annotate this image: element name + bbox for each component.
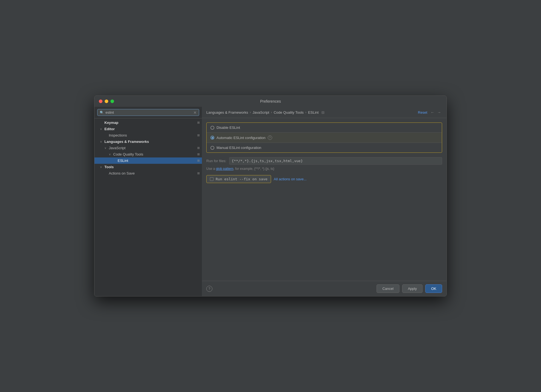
search-input[interactable] bbox=[106, 110, 192, 115]
breadcrumb-settings-icon[interactable]: ⊟ bbox=[321, 110, 324, 115]
settings-icon: ⊞ bbox=[197, 121, 200, 124]
radio-disable-input[interactable] bbox=[210, 126, 214, 130]
fix-on-save-checkbox[interactable]: Run eslint --fix on save bbox=[206, 175, 271, 183]
radio-automatic-input[interactable] bbox=[210, 136, 214, 140]
breadcrumb-part-3: Code Quality Tools bbox=[274, 110, 304, 115]
hint-prefix: Use a bbox=[206, 167, 216, 171]
sidebar-item-editor[interactable]: ∨ Editor bbox=[94, 126, 202, 132]
nav-arrows: ← → bbox=[429, 110, 442, 115]
maximize-button[interactable] bbox=[110, 100, 114, 103]
reset-button[interactable]: Reset bbox=[418, 110, 427, 115]
search-icon: 🔍 bbox=[100, 111, 104, 115]
clear-search-icon[interactable]: ✕ bbox=[193, 111, 197, 115]
hint-text: Use a glob pattern, for example, {**/*, … bbox=[206, 167, 442, 171]
apply-button[interactable]: Apply bbox=[402, 284, 423, 293]
arrow-icon: ∨ bbox=[109, 153, 112, 156]
hint-suffix: , for example, {**/*, *}.{js, ts} bbox=[233, 167, 274, 171]
breadcrumb-sep-1: › bbox=[250, 110, 251, 114]
settings-icon: ⊞ bbox=[197, 134, 200, 137]
sidebar: 🔍 ✕ Keymap ⊞ ∨ Editor bbox=[94, 107, 202, 296]
run-for-files-input[interactable] bbox=[229, 157, 442, 165]
close-button[interactable] bbox=[99, 100, 102, 103]
ok-button[interactable]: OK bbox=[425, 284, 442, 293]
settings-icon: ⊞ bbox=[197, 159, 200, 162]
sidebar-item-keymap[interactable]: Keymap ⊞ bbox=[94, 119, 202, 126]
nav-tree: Keymap ⊞ ∨ Editor Inspections ⊞ ∨ Lang bbox=[94, 118, 202, 296]
back-button[interactable]: ← bbox=[429, 110, 435, 115]
sidebar-item-javascript[interactable]: ∨ JavaScript ⊞ bbox=[94, 145, 202, 151]
eslint-radio-group: Disable ESLint Automatic ESLint configur… bbox=[206, 122, 442, 153]
preferences-dialog: Preferences 🔍 ✕ Keymap ⊞ bbox=[94, 96, 447, 296]
settings-icon: ⊞ bbox=[197, 172, 200, 175]
title-bar: Preferences bbox=[94, 96, 447, 107]
fix-on-save-row: Run eslint --fix on save All actions on … bbox=[206, 175, 442, 183]
breadcrumb: Languages & Frameworks › JavaScript › Co… bbox=[202, 107, 447, 118]
cancel-button[interactable]: Cancel bbox=[377, 284, 399, 293]
minimize-button[interactable] bbox=[105, 100, 108, 103]
glob-pattern-link[interactable]: glob pattern bbox=[216, 167, 233, 171]
settings-icon: ⊞ bbox=[197, 153, 200, 156]
breadcrumb-part-2: JavaScript bbox=[253, 110, 269, 115]
breadcrumb-sep-2: › bbox=[271, 110, 272, 114]
content-area: Disable ESLint Automatic ESLint configur… bbox=[202, 118, 447, 281]
forward-button[interactable]: → bbox=[436, 110, 442, 115]
radio-manual-input[interactable] bbox=[210, 146, 214, 150]
help-button[interactable]: ? bbox=[206, 286, 212, 292]
radio-disable[interactable]: Disable ESLint bbox=[207, 123, 442, 133]
sidebar-item-eslint[interactable]: ESLint ⊞ bbox=[94, 157, 202, 164]
sidebar-item-tools[interactable]: ∨ Tools bbox=[94, 164, 202, 170]
breadcrumb-actions: Reset ← → bbox=[418, 110, 442, 115]
arrow-icon: ∨ bbox=[100, 140, 103, 143]
sidebar-item-languages[interactable]: ∨ Languages & Frameworks bbox=[94, 138, 202, 145]
sidebar-item-actions-on-save[interactable]: Actions on Save ⊞ bbox=[94, 170, 202, 176]
all-actions-link[interactable]: All actions on save... bbox=[274, 177, 307, 181]
arrow-icon: ∨ bbox=[100, 127, 103, 130]
radio-manual[interactable]: Manual ESLint configuration bbox=[207, 143, 442, 153]
footer: ? Cancel Apply OK bbox=[202, 281, 447, 296]
search-box: 🔍 ✕ bbox=[94, 107, 202, 118]
settings-icon: ⊞ bbox=[197, 146, 200, 150]
breadcrumb-sep-3: › bbox=[305, 110, 306, 114]
dialog-title: Preferences bbox=[260, 99, 281, 104]
radio-automatic[interactable]: Automatic ESLint configuration ? bbox=[207, 133, 442, 143]
run-for-files-row: Run for files: bbox=[206, 157, 442, 165]
breadcrumb-part-4: ESLint bbox=[308, 110, 318, 115]
checkbox-icon bbox=[210, 177, 213, 181]
help-icon[interactable]: ? bbox=[268, 135, 272, 140]
main-content: 🔍 ✕ Keymap ⊞ ∨ Editor bbox=[94, 107, 447, 296]
arrow-icon: ∨ bbox=[100, 165, 103, 168]
window-controls bbox=[99, 100, 114, 103]
right-panel: Languages & Frameworks › JavaScript › Co… bbox=[202, 107, 447, 296]
sidebar-item-code-quality[interactable]: ∨ Code Quality Tools ⊞ bbox=[94, 151, 202, 157]
arrow-icon: ∨ bbox=[104, 146, 108, 149]
sidebar-item-inspections[interactable]: Inspections ⊞ bbox=[94, 132, 202, 138]
breadcrumb-part-1: Languages & Frameworks bbox=[206, 110, 248, 115]
search-input-wrap[interactable]: 🔍 ✕ bbox=[97, 109, 199, 116]
